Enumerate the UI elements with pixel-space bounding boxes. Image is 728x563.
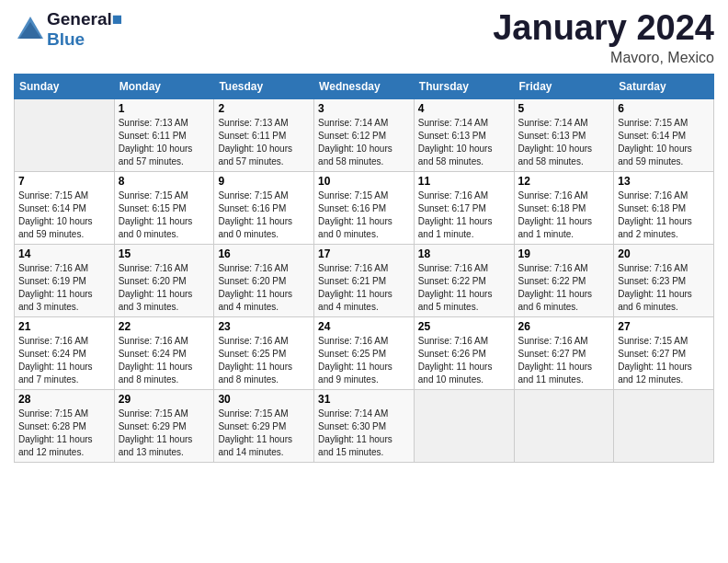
week-row-5: 28Sunrise: 7:15 AM Sunset: 6:28 PM Dayli… bbox=[15, 389, 714, 462]
calendar-cell: 5Sunrise: 7:14 AM Sunset: 6:13 PM Daylig… bbox=[514, 98, 614, 171]
calendar-cell: 10Sunrise: 7:15 AM Sunset: 6:16 PM Dayli… bbox=[314, 171, 415, 244]
day-info: Sunrise: 7:15 AM Sunset: 6:16 PM Dayligh… bbox=[318, 190, 410, 241]
day-info: Sunrise: 7:16 AM Sunset: 6:18 PM Dayligh… bbox=[618, 190, 710, 241]
logo-line2: Blue bbox=[47, 29, 122, 50]
calendar-cell: 28Sunrise: 7:15 AM Sunset: 6:28 PM Dayli… bbox=[15, 389, 115, 462]
day-number: 21 bbox=[18, 320, 110, 333]
day-info: Sunrise: 7:16 AM Sunset: 6:18 PM Dayligh… bbox=[518, 190, 610, 241]
day-info: Sunrise: 7:15 AM Sunset: 6:27 PM Dayligh… bbox=[618, 335, 710, 386]
calendar-cell bbox=[414, 389, 514, 462]
day-info: Sunrise: 7:14 AM Sunset: 6:13 PM Dayligh… bbox=[518, 117, 610, 168]
weekday-header-sunday: Sunday bbox=[15, 74, 115, 98]
calendar-cell: 19Sunrise: 7:16 AM Sunset: 6:22 PM Dayli… bbox=[514, 244, 614, 316]
day-info: Sunrise: 7:13 AM Sunset: 6:11 PM Dayligh… bbox=[218, 117, 310, 168]
calendar-cell: 25Sunrise: 7:16 AM Sunset: 6:26 PM Dayli… bbox=[414, 316, 514, 389]
calendar-cell bbox=[514, 389, 614, 462]
day-number: 17 bbox=[318, 247, 410, 260]
day-info: Sunrise: 7:15 AM Sunset: 6:14 PM Dayligh… bbox=[618, 117, 710, 168]
day-number: 25 bbox=[418, 320, 510, 333]
weekday-header-row: SundayMondayTuesdayWednesdayThursdayFrid… bbox=[15, 74, 714, 98]
day-info: Sunrise: 7:16 AM Sunset: 6:17 PM Dayligh… bbox=[418, 190, 510, 241]
weekday-header-friday: Friday bbox=[514, 74, 614, 98]
logo: General■ Blue bbox=[14, 9, 122, 50]
day-number: 5 bbox=[518, 102, 610, 115]
day-number: 9 bbox=[218, 175, 310, 188]
week-row-3: 14Sunrise: 7:16 AM Sunset: 6:19 PM Dayli… bbox=[15, 244, 714, 316]
calendar-cell: 27Sunrise: 7:15 AM Sunset: 6:27 PM Dayli… bbox=[614, 316, 714, 389]
day-info: Sunrise: 7:16 AM Sunset: 6:26 PM Dayligh… bbox=[418, 335, 510, 386]
day-number: 30 bbox=[218, 393, 310, 406]
day-info: Sunrise: 7:13 AM Sunset: 6:11 PM Dayligh… bbox=[119, 117, 210, 168]
week-row-4: 21Sunrise: 7:16 AM Sunset: 6:24 PM Dayli… bbox=[15, 316, 714, 389]
day-number: 2 bbox=[218, 102, 310, 115]
day-number: 13 bbox=[618, 175, 710, 188]
day-info: Sunrise: 7:15 AM Sunset: 6:28 PM Dayligh… bbox=[18, 408, 110, 459]
day-info: Sunrise: 7:16 AM Sunset: 6:22 PM Dayligh… bbox=[418, 262, 510, 314]
day-info: Sunrise: 7:16 AM Sunset: 6:22 PM Dayligh… bbox=[518, 262, 610, 314]
day-number: 4 bbox=[418, 102, 510, 115]
day-number: 12 bbox=[518, 175, 610, 188]
calendar-cell: 2Sunrise: 7:13 AM Sunset: 6:11 PM Daylig… bbox=[214, 98, 314, 171]
day-number: 19 bbox=[518, 247, 610, 260]
calendar-cell: 11Sunrise: 7:16 AM Sunset: 6:17 PM Dayli… bbox=[414, 171, 514, 244]
day-info: Sunrise: 7:16 AM Sunset: 6:24 PM Dayligh… bbox=[18, 335, 110, 386]
calendar-cell: 14Sunrise: 7:16 AM Sunset: 6:19 PM Dayli… bbox=[15, 244, 115, 316]
calendar-cell: 17Sunrise: 7:16 AM Sunset: 6:21 PM Dayli… bbox=[314, 244, 415, 316]
weekday-header-wednesday: Wednesday bbox=[314, 74, 415, 98]
calendar-cell: 6Sunrise: 7:15 AM Sunset: 6:14 PM Daylig… bbox=[614, 98, 714, 171]
weekday-header-monday: Monday bbox=[114, 74, 214, 98]
day-info: Sunrise: 7:14 AM Sunset: 6:13 PM Dayligh… bbox=[418, 117, 510, 168]
week-row-1: 1Sunrise: 7:13 AM Sunset: 6:11 PM Daylig… bbox=[15, 98, 714, 171]
day-info: Sunrise: 7:15 AM Sunset: 6:29 PM Dayligh… bbox=[218, 408, 310, 459]
calendar-cell: 21Sunrise: 7:16 AM Sunset: 6:24 PM Dayli… bbox=[15, 316, 115, 389]
day-info: Sunrise: 7:14 AM Sunset: 6:12 PM Dayligh… bbox=[318, 117, 410, 168]
weekday-header-saturday: Saturday bbox=[614, 74, 714, 98]
day-info: Sunrise: 7:16 AM Sunset: 6:24 PM Dayligh… bbox=[119, 335, 210, 386]
calendar-cell: 12Sunrise: 7:16 AM Sunset: 6:18 PM Dayli… bbox=[514, 171, 614, 244]
calendar-cell: 3Sunrise: 7:14 AM Sunset: 6:12 PM Daylig… bbox=[314, 98, 415, 171]
day-info: Sunrise: 7:15 AM Sunset: 6:14 PM Dayligh… bbox=[18, 190, 110, 241]
day-number: 31 bbox=[318, 393, 410, 406]
month-title: January 2024 bbox=[493, 9, 714, 48]
calendar-cell: 29Sunrise: 7:15 AM Sunset: 6:29 PM Dayli… bbox=[114, 389, 214, 462]
day-number: 23 bbox=[218, 320, 310, 333]
calendar-cell: 23Sunrise: 7:16 AM Sunset: 6:25 PM Dayli… bbox=[214, 316, 314, 389]
day-number: 24 bbox=[318, 320, 410, 333]
calendar-cell: 24Sunrise: 7:16 AM Sunset: 6:25 PM Dayli… bbox=[314, 316, 415, 389]
calendar-cell: 9Sunrise: 7:15 AM Sunset: 6:16 PM Daylig… bbox=[214, 171, 314, 244]
day-number: 28 bbox=[18, 393, 110, 406]
calendar-cell: 7Sunrise: 7:15 AM Sunset: 6:14 PM Daylig… bbox=[15, 171, 115, 244]
day-number: 22 bbox=[119, 320, 210, 333]
calendar-cell bbox=[614, 389, 714, 462]
day-number: 15 bbox=[119, 247, 210, 260]
location-subtitle: Mavoro, Mexico bbox=[493, 50, 714, 66]
day-info: Sunrise: 7:16 AM Sunset: 6:19 PM Dayligh… bbox=[18, 262, 110, 314]
day-number: 6 bbox=[618, 102, 710, 115]
day-info: Sunrise: 7:14 AM Sunset: 6:30 PM Dayligh… bbox=[318, 408, 410, 459]
logo-icon bbox=[14, 13, 47, 46]
logo-line1: General■ bbox=[47, 9, 122, 29]
day-number: 11 bbox=[418, 175, 510, 188]
day-number: 14 bbox=[18, 247, 110, 260]
calendar-cell bbox=[15, 98, 115, 171]
day-number: 26 bbox=[518, 320, 610, 333]
page-header: General■ Blue January 2024 Mavoro, Mexic… bbox=[14, 9, 714, 66]
calendar-cell: 20Sunrise: 7:16 AM Sunset: 6:23 PM Dayli… bbox=[614, 244, 714, 316]
calendar-cell: 15Sunrise: 7:16 AM Sunset: 6:20 PM Dayli… bbox=[114, 244, 214, 316]
calendar-cell: 31Sunrise: 7:14 AM Sunset: 6:30 PM Dayli… bbox=[314, 389, 415, 462]
day-number: 27 bbox=[618, 320, 710, 333]
calendar-cell: 1Sunrise: 7:13 AM Sunset: 6:11 PM Daylig… bbox=[114, 98, 214, 171]
day-info: Sunrise: 7:16 AM Sunset: 6:25 PM Dayligh… bbox=[218, 335, 310, 386]
day-info: Sunrise: 7:15 AM Sunset: 6:15 PM Dayligh… bbox=[119, 190, 210, 241]
calendar-cell: 16Sunrise: 7:16 AM Sunset: 6:20 PM Dayli… bbox=[214, 244, 314, 316]
day-number: 18 bbox=[418, 247, 510, 260]
day-number: 7 bbox=[18, 175, 110, 188]
week-row-2: 7Sunrise: 7:15 AM Sunset: 6:14 PM Daylig… bbox=[15, 171, 714, 244]
calendar-cell: 4Sunrise: 7:14 AM Sunset: 6:13 PM Daylig… bbox=[414, 98, 514, 171]
day-info: Sunrise: 7:16 AM Sunset: 6:20 PM Dayligh… bbox=[119, 262, 210, 314]
calendar-cell: 22Sunrise: 7:16 AM Sunset: 6:24 PM Dayli… bbox=[114, 316, 214, 389]
calendar-cell: 8Sunrise: 7:15 AM Sunset: 6:15 PM Daylig… bbox=[114, 171, 214, 244]
day-number: 3 bbox=[318, 102, 410, 115]
calendar-cell: 18Sunrise: 7:16 AM Sunset: 6:22 PM Dayli… bbox=[414, 244, 514, 316]
day-number: 1 bbox=[119, 102, 210, 115]
